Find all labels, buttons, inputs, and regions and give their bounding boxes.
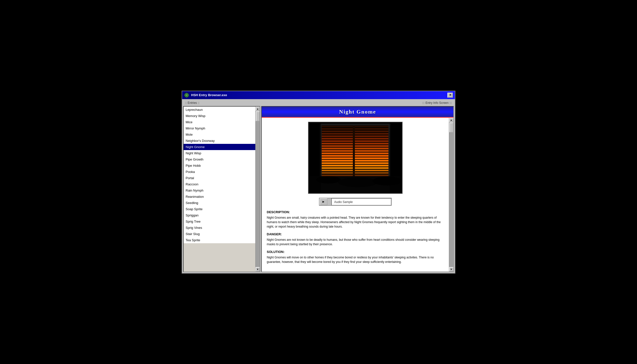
svg-rect-11 — [321, 137, 390, 138]
image-container — [267, 122, 444, 194]
svg-rect-12 — [321, 140, 390, 140]
svg-rect-18 — [321, 154, 390, 155]
list-item[interactable]: Pipe Hobb — [184, 162, 260, 169]
list-item[interactable]: Soap Sprite — [184, 206, 260, 212]
list-item[interactable]: Mice — [184, 119, 260, 125]
list-item[interactable]: Tea Sprite — [184, 237, 260, 243]
svg-rect-7 — [321, 127, 390, 128]
svg-rect-14 — [321, 144, 390, 145]
svg-point-33 — [338, 177, 377, 187]
list-item[interactable]: Sprig Vines — [184, 224, 260, 231]
info-scroll-thumb[interactable] — [449, 122, 453, 132]
list-item[interactable]: Memory Wisp — [184, 113, 260, 119]
list-container: Leprechaun Memory Wisp Mice Mirror Nymph… — [184, 106, 260, 272]
svg-rect-27 — [353, 124, 355, 178]
entries-list: Leprechaun Memory Wisp Mice Mirror Nymph… — [184, 106, 260, 243]
info-body: ▶ Audio Sample DESCRIPTION: Night Gnomes… — [262, 118, 449, 272]
svg-point-3 — [186, 95, 187, 96]
list-item[interactable]: Neighbor's Doorway — [184, 138, 260, 144]
svg-rect-13 — [321, 142, 390, 142]
entry-image — [308, 122, 403, 194]
header-row: :: Entries :: ::: Entry Info Screen ::: — [183, 100, 454, 106]
danger-title: DANGER: — [267, 232, 444, 236]
solution-text: Night Gnomes will move on to other homes… — [267, 255, 444, 264]
scroll-up-button[interactable]: ▲ — [256, 106, 260, 111]
description-section: DESCRIPTION: Night Gnomes are small, hai… — [267, 210, 444, 229]
list-item[interactable]: Reanimation — [184, 194, 260, 200]
svg-rect-10 — [321, 134, 390, 136]
svg-rect-23 — [321, 166, 390, 167]
description-title: DESCRIPTION: — [267, 210, 444, 214]
content-row: Leprechaun Memory Wisp Mice Mirror Nymph… — [183, 106, 454, 272]
close-button[interactable]: ✕ — [447, 93, 453, 98]
list-item[interactable]: Sprig Tree — [184, 218, 260, 224]
svg-rect-30 — [320, 123, 391, 125]
svg-rect-19 — [321, 156, 390, 158]
list-item[interactable]: Mirror Nymph — [184, 125, 260, 132]
svg-rect-8 — [321, 130, 390, 130]
scroll-thumb[interactable] — [256, 111, 260, 121]
solution-section: SOLUTION: Night Gnomes will move on to o… — [267, 250, 444, 264]
svg-rect-36 — [390, 122, 402, 193]
info-scroll-up[interactable]: ▲ — [449, 118, 454, 122]
audio-label: Audio Sample — [331, 198, 391, 205]
info-panel: Night Gnome — [261, 106, 454, 272]
list-item[interactable]: Stair Slug — [184, 231, 260, 237]
list-item[interactable]: Rain Nymph — [184, 187, 260, 194]
list-item[interactable]: Raccoon — [184, 181, 260, 187]
danger-text: Night Gnomes are not known to be deadly … — [267, 238, 444, 246]
list-item[interactable]: Seedling — [184, 200, 260, 206]
entry-title: Night Gnome — [262, 106, 453, 118]
svg-rect-15 — [321, 146, 390, 148]
description-text: Night Gnomes are small, hairy creatures … — [267, 216, 444, 229]
info-scrollbar: ▲ ▼ — [449, 118, 453, 272]
list-item[interactable]: Pooka — [184, 169, 260, 175]
svg-rect-9 — [321, 132, 390, 133]
entries-label: :: Entries :: — [185, 101, 199, 104]
svg-rect-21 — [321, 161, 390, 162]
scroll-track — [256, 111, 260, 267]
solution-title: SOLUTION: — [267, 250, 444, 254]
svg-rect-26 — [321, 174, 390, 175]
list-item[interactable]: Spriggan — [184, 212, 260, 218]
main-window: HSH Entry Browser.exe ✕ :: Entries :: ::… — [182, 91, 455, 274]
svg-rect-20 — [321, 159, 390, 160]
title-bar: HSH Entry Browser.exe ✕ — [182, 91, 455, 99]
list-item-selected[interactable]: Night Gnome — [184, 144, 260, 150]
list-item[interactable]: Night Wisp — [184, 150, 260, 156]
svg-rect-25 — [321, 171, 390, 172]
audio-controls: ▶ Audio Sample — [267, 198, 444, 206]
night-scene-svg — [309, 122, 402, 193]
main-area: :: Entries :: ::: Entry Info Screen ::: … — [182, 99, 455, 273]
list-item[interactable]: Leprechaun — [184, 106, 260, 113]
entries-panel: Leprechaun Memory Wisp Mice Mirror Nymph… — [183, 106, 260, 272]
app-icon — [184, 93, 189, 98]
svg-rect-35 — [309, 122, 321, 193]
svg-rect-17 — [321, 152, 390, 152]
svg-rect-22 — [321, 164, 390, 165]
svg-rect-16 — [321, 149, 390, 150]
list-item[interactable]: Portal — [184, 175, 260, 181]
audio-bar: ▶ Audio Sample — [319, 198, 392, 206]
list-item[interactable]: Pipe Growth — [184, 156, 260, 162]
window-title: HSH Entry Browser.exe — [191, 93, 227, 97]
info-scroll-track — [449, 122, 454, 267]
list-item[interactable]: Mole — [184, 132, 260, 138]
list-scrollbar: ▲ ▼ — [255, 106, 260, 272]
svg-rect-24 — [321, 169, 390, 170]
danger-section: DANGER: Night Gnomes are not known to be… — [267, 232, 444, 246]
play-button[interactable]: ▶ — [319, 198, 327, 205]
audio-indicator — [327, 198, 331, 205]
info-label: ::: Entry Info Screen ::: — [422, 101, 452, 104]
title-bar-left: HSH Entry Browser.exe — [184, 93, 227, 98]
scroll-down-button[interactable]: ▼ — [256, 267, 260, 272]
info-scroll-down[interactable]: ▼ — [449, 267, 454, 272]
